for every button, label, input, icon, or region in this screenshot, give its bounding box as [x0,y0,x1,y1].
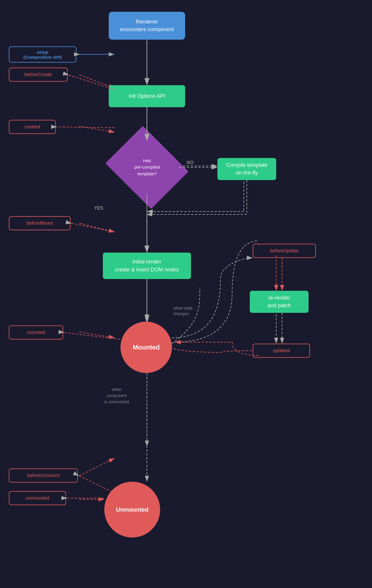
mounted-circle-node: Mounted [120,322,172,373]
svg-line-19 [79,458,115,476]
init-options-label: Init Options API [129,93,165,99]
created-node: created [9,120,56,134]
before-mount-node: beforeMount [9,216,71,230]
has-template-node: Has pre-compiled template? [105,126,189,209]
svg-line-40 [64,332,120,339]
created-label: created [24,124,40,130]
updated-label: updated [273,348,290,353]
svg-line-16 [79,126,115,132]
no-label: NO [187,160,194,165]
before-update-label: beforeUpdate [270,248,299,253]
unmounted-hook-label: unmounted [26,495,49,501]
unmounted-hook-node: unmounted [9,491,66,505]
compile-template-label: Compile template on-the-fly [226,162,267,176]
initial-render-node: initial render create & insert DOM nodes [103,253,191,279]
updated-node: updated [253,344,310,358]
before-mount-label: beforeMount [26,221,53,226]
before-update-node: beforeUpdate [253,244,316,258]
setup-label: setup (Composition API) [24,50,62,60]
renderer-node: Renderer encounters component [109,12,185,40]
svg-line-18 [79,332,115,338]
yes-label: YES [94,206,103,211]
svg-line-38 [56,127,115,128]
mounted-circle-label: Mounted [133,344,160,351]
mounted-hook-label: mounted [27,330,45,335]
svg-line-37 [68,75,115,90]
before-create-label: beforeCreate [24,72,52,77]
re-render-label: re-render and patch [267,294,291,309]
svg-line-39 [71,223,115,232]
when-data-changes-label: when data changes [173,300,192,317]
re-render-node: re-render and patch [250,291,309,313]
mounted-hook-node: mounted [9,325,63,340]
svg-line-17 [79,223,115,232]
unmounted-circle-label: Unmounted [116,506,148,513]
unmounted-circle-node: Unmounted [104,482,160,537]
setup-node: setup (Composition API) [9,46,76,63]
renderer-label: Renderer encounters component [120,18,174,33]
before-create-node: beforeCreate [9,68,68,82]
compile-template-node: Compile template on-the-fly [217,158,276,180]
lifecycle-diagram: Renderer encounters component setup (Com… [0,0,372,588]
before-unmount-node: beforeUnmount [9,468,78,483]
initial-render-label: initial render create & insert DOM nodes [115,258,179,274]
when-unmounted-label: when component is unmounted [104,380,129,405]
svg-line-41 [78,476,115,493]
has-template-label: Has pre-compiled template? [134,157,160,177]
init-options-node: Init Options API [109,85,185,107]
before-unmount-label: beforeUnmount [27,473,59,478]
